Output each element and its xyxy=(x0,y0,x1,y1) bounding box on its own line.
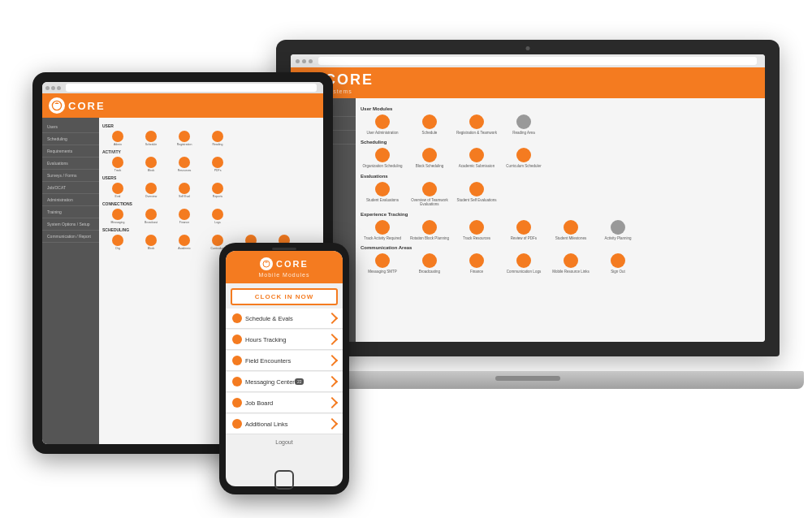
phone-home-button[interactable] xyxy=(274,470,294,490)
tablet-module[interactable]: Self Eval xyxy=(169,183,200,198)
tablet-sidebar-surveys[interactable]: Surveys / Forms xyxy=(42,170,99,182)
module-icon-revpdfs xyxy=(516,220,531,235)
module-item[interactable]: Finance xyxy=(455,253,499,274)
module-item[interactable]: Overview of Teamwork Evaluations xyxy=(408,182,451,207)
tablet-module[interactable]: Logs xyxy=(202,209,233,224)
phone-core-icon xyxy=(262,260,270,268)
section-user-modules-title: User Modules xyxy=(361,106,760,111)
module-item[interactable]: Communication Logs xyxy=(502,253,546,274)
tablet-sidebar-training[interactable]: Training xyxy=(42,206,99,218)
phone-menu-text-field: Field Encounters xyxy=(245,357,291,365)
tablet-module[interactable]: Resources xyxy=(169,157,200,172)
module-item[interactable]: Block Scheduling xyxy=(408,148,451,168)
module-item[interactable]: Activity Planning xyxy=(596,220,640,240)
phone-menu-text-hours: Hours Tracking xyxy=(245,336,286,343)
phone-body: CORE Mobile Modules CLOCK IN NOW Schedul… xyxy=(219,243,349,494)
module-label-rotblock: Rotation Block Planning xyxy=(410,236,449,240)
tablet-module[interactable]: Track xyxy=(102,157,133,172)
module-icon-signout xyxy=(611,253,625,268)
laptop-main: User Modules User Administration Schedul… xyxy=(356,98,765,342)
phone-chevron-job xyxy=(326,397,338,408)
module-item[interactable]: Curriculum Scheduler xyxy=(502,148,546,168)
phone-subtitle: Mobile Modules xyxy=(258,272,309,278)
t-mod-icon xyxy=(112,235,123,246)
t-browser-dot-1 xyxy=(45,86,50,90)
tablet-module[interactable]: Overview xyxy=(136,183,166,198)
phone-clock-btn[interactable]: CLOCK IN NOW xyxy=(231,288,338,305)
tablet-sidebar-scheduling[interactable]: Scheduling xyxy=(42,133,99,145)
tablet-module[interactable]: Broadcast xyxy=(136,209,166,224)
laptop-device: CORE Systems Users Scheduling Requiremen… xyxy=(276,40,780,389)
module-item[interactable]: Mobile Resource Links xyxy=(549,253,593,274)
tablet-logo-text: CORE xyxy=(68,100,106,112)
module-icon-stumil xyxy=(564,220,578,235)
tablet-sidebar-system[interactable]: System Options / Setup xyxy=(42,218,99,231)
tablet-module[interactable]: Schedule xyxy=(136,131,166,146)
module-item[interactable]: Student Self Evaluations xyxy=(455,182,499,207)
module-label-schedule: Schedule xyxy=(422,131,438,135)
tablet-browser-bar xyxy=(42,82,323,93)
tablet-module[interactable]: Messaging xyxy=(102,209,133,224)
tablet-module[interactable]: PDFs xyxy=(202,157,233,172)
module-item[interactable]: Rotation Block Planning xyxy=(408,220,451,240)
tablet-module[interactable]: Admin xyxy=(102,131,133,146)
phone-logout-label[interactable]: Logout xyxy=(226,436,343,448)
tablet-module[interactable]: Finance xyxy=(169,209,200,224)
phone-menu-messaging[interactable]: Messaging Center 22 xyxy=(226,372,343,392)
module-label-reading: Reading Area xyxy=(512,131,534,135)
module-label-trackact: Track Activity Required xyxy=(364,236,401,240)
module-item[interactable]: Track Resources xyxy=(455,220,499,240)
t-mod-icon xyxy=(112,183,123,194)
module-item[interactable]: Student Milestones xyxy=(549,220,593,240)
tablet-module[interactable]: Registration xyxy=(169,131,200,146)
module-item[interactable]: User Administration xyxy=(361,114,404,135)
module-item[interactable]: Reading Area xyxy=(502,114,546,135)
module-item[interactable]: Track Activity Required xyxy=(361,220,404,240)
module-item[interactable]: Student Evaluations xyxy=(361,182,404,207)
t-mod-icon xyxy=(145,131,157,142)
laptop-header: CORE Systems xyxy=(291,67,765,98)
tablet-sidebar-comm[interactable]: Communication / Report xyxy=(42,231,99,243)
module-item[interactable]: Registration & Teamwork xyxy=(455,114,499,135)
module-icon-schedule xyxy=(422,114,437,129)
tablet-module[interactable]: Academic xyxy=(169,235,200,250)
module-icon-actplan xyxy=(611,220,625,235)
tablet-core-icon xyxy=(51,100,63,111)
tablet-module[interactable]: Reports xyxy=(202,183,233,198)
phone-logo-text: CORE xyxy=(276,259,309,269)
module-item[interactable]: Review of PDFs xyxy=(502,220,546,240)
tablet-module[interactable]: Eval xyxy=(102,183,133,198)
tablet-sidebar-requirements[interactable]: Requirements xyxy=(42,145,99,158)
phone-chevron-schedule xyxy=(326,313,338,324)
phone-menu-row: Messaging Center 22 xyxy=(232,377,307,386)
module-item[interactable]: Broadcasting xyxy=(408,253,451,274)
phone-menu-field[interactable]: Field Encounters xyxy=(226,351,343,371)
tablet-sidebar-jobocat[interactable]: Job/OCAT xyxy=(42,182,99,194)
tablet-sidebar-users[interactable]: Users xyxy=(42,121,99,133)
phone-menu-job[interactable]: Job Board xyxy=(226,393,343,413)
module-label-overview: Overview of Teamwork Evaluations xyxy=(408,198,451,207)
module-item[interactable]: Messaging SMTP xyxy=(361,253,404,274)
phone-menu-links[interactable]: Additional Links xyxy=(226,414,343,434)
tablet-module[interactable]: Block xyxy=(136,157,166,172)
t-mod-icon xyxy=(145,183,157,194)
module-item[interactable]: Organization Scheduling xyxy=(361,148,404,168)
section-exptrack-title: Experience Tracking xyxy=(361,212,760,217)
t-mod-icon xyxy=(145,209,157,220)
evals-grid: Student Evaluations Overview of Teamwork… xyxy=(361,182,760,207)
phone-menu-schedule[interactable]: Schedule & Evals xyxy=(226,309,343,329)
module-icon-blocksch xyxy=(422,148,437,162)
module-item[interactable]: Schedule xyxy=(408,114,451,135)
tablet-module[interactable]: Org xyxy=(102,235,133,250)
t-mod-icon xyxy=(179,131,190,142)
module-label-currsch: Curriculum Scheduler xyxy=(506,164,541,168)
tablet-sidebar-evaluations[interactable]: Evaluations xyxy=(42,158,99,170)
module-icon-overview xyxy=(422,182,437,196)
tablet-sidebar-admin[interactable]: Administration xyxy=(42,194,99,206)
tablet-module[interactable]: Reading xyxy=(202,131,233,146)
t-mod-icon xyxy=(212,183,223,194)
module-item[interactable]: Sign Out xyxy=(596,253,640,274)
phone-menu-hours[interactable]: Hours Tracking xyxy=(226,330,343,350)
module-item[interactable]: Academic Submission xyxy=(455,148,499,168)
tablet-module[interactable]: Block xyxy=(136,235,166,250)
